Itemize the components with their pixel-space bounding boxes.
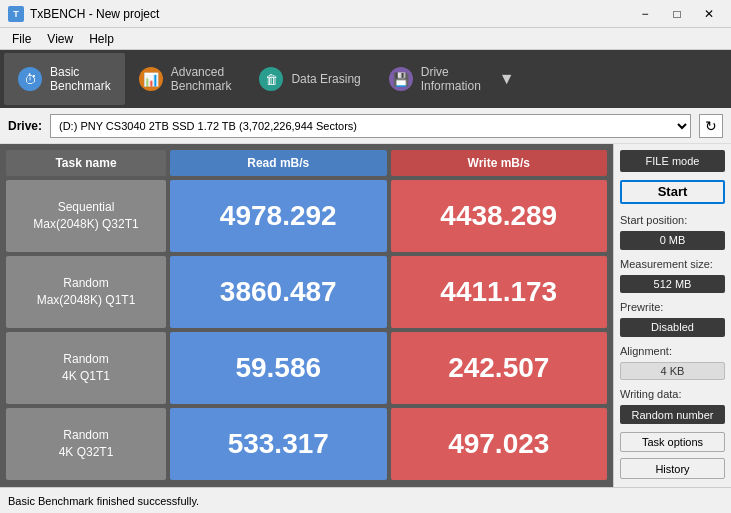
- basic-benchmark-icon: ⏱: [18, 67, 42, 91]
- advanced-benchmark-label: AdvancedBenchmark: [171, 65, 232, 94]
- alignment-label: Alignment:: [620, 345, 725, 357]
- row-name-3: Random4K Q1T1: [6, 332, 166, 404]
- measurement-size-label: Measurement size:: [620, 258, 725, 270]
- tab-data-erasing[interactable]: 🗑 Data Erasing: [245, 53, 374, 105]
- table-row: RandomMax(2048K) Q1T1 3860.487 4411.173: [6, 256, 607, 328]
- row-name-4: Random4K Q32T1: [6, 408, 166, 480]
- file-mode-button[interactable]: FILE mode: [620, 150, 725, 172]
- basic-benchmark-label: BasicBenchmark: [50, 65, 111, 94]
- row-read-4: 533.317: [170, 408, 387, 480]
- row-name-2: RandomMax(2048K) Q1T1: [6, 256, 166, 328]
- tab-basic-benchmark[interactable]: ⏱ BasicBenchmark: [4, 53, 125, 105]
- advanced-benchmark-icon: 📊: [139, 67, 163, 91]
- main-area: Task name Read mB/s Write mB/s Sequentia…: [0, 144, 731, 487]
- drive-selector[interactable]: (D:) PNY CS3040 2TB SSD 1.72 TB (3,702,2…: [50, 114, 691, 138]
- task-options-button[interactable]: Task options: [620, 432, 725, 453]
- col-write: Write mB/s: [391, 150, 608, 176]
- title-bar-buttons: − □ ✕: [631, 4, 723, 24]
- row-read-1: 4978.292: [170, 180, 387, 252]
- window-title: TxBENCH - New project: [30, 7, 631, 21]
- alignment-value: 4 KB: [620, 362, 725, 381]
- drive-refresh-button[interactable]: ↻: [699, 114, 723, 138]
- row-read-2: 3860.487: [170, 256, 387, 328]
- table-row: SequentialMax(2048K) Q32T1 4978.292 4438…: [6, 180, 607, 252]
- status-text: Basic Benchmark finished successfully.: [8, 495, 199, 507]
- row-write-2: 4411.173: [391, 256, 608, 328]
- title-bar: T TxBENCH - New project − □ ✕: [0, 0, 731, 28]
- menu-view[interactable]: View: [39, 30, 81, 48]
- toolbar: ⏱ BasicBenchmark 📊 AdvancedBenchmark 🗑 D…: [0, 50, 731, 108]
- table-header: Task name Read mB/s Write mB/s: [6, 150, 607, 176]
- app-icon: T: [8, 6, 24, 22]
- row-write-1: 4438.289: [391, 180, 608, 252]
- data-erasing-label: Data Erasing: [291, 72, 360, 86]
- col-task-name: Task name: [6, 150, 166, 176]
- menu-file[interactable]: File: [4, 30, 39, 48]
- start-button[interactable]: Start: [620, 180, 725, 204]
- history-button[interactable]: History: [620, 458, 725, 479]
- benchmark-area: Task name Read mB/s Write mB/s Sequentia…: [0, 144, 613, 487]
- table-row: Random4K Q1T1 59.586 242.507: [6, 332, 607, 404]
- tab-advanced-benchmark[interactable]: 📊 AdvancedBenchmark: [125, 53, 246, 105]
- drive-info-label: DriveInformation: [421, 65, 481, 94]
- row-write-4: 497.023: [391, 408, 608, 480]
- right-panel: FILE mode Start Start position: 0 MB Mea…: [613, 144, 731, 487]
- row-name-1: SequentialMax(2048K) Q32T1: [6, 180, 166, 252]
- row-read-3: 59.586: [170, 332, 387, 404]
- drive-label: Drive:: [8, 119, 42, 133]
- drive-bar: Drive: (D:) PNY CS3040 2TB SSD 1.72 TB (…: [0, 108, 731, 144]
- drive-info-icon: 💾: [389, 67, 413, 91]
- data-erasing-icon: 🗑: [259, 67, 283, 91]
- tab-drive-information[interactable]: 💾 DriveInformation: [375, 53, 495, 105]
- maximize-button[interactable]: □: [663, 4, 691, 24]
- menu-bar: File View Help: [0, 28, 731, 50]
- toolbar-overflow-arrow[interactable]: ▼: [499, 70, 515, 88]
- menu-help[interactable]: Help: [81, 30, 122, 48]
- start-position-value: 0 MB: [620, 231, 725, 250]
- prewrite-value: Disabled: [620, 318, 725, 337]
- row-write-3: 242.507: [391, 332, 608, 404]
- measurement-size-value: 512 MB: [620, 275, 725, 294]
- start-position-label: Start position:: [620, 214, 725, 226]
- table-row: Random4K Q32T1 533.317 497.023: [6, 408, 607, 480]
- writing-data-value: Random number: [620, 405, 725, 424]
- close-button[interactable]: ✕: [695, 4, 723, 24]
- col-read: Read mB/s: [170, 150, 387, 176]
- prewrite-label: Prewrite:: [620, 301, 725, 313]
- minimize-button[interactable]: −: [631, 4, 659, 24]
- status-bar: Basic Benchmark finished successfully.: [0, 487, 731, 513]
- writing-data-label: Writing data:: [620, 388, 725, 400]
